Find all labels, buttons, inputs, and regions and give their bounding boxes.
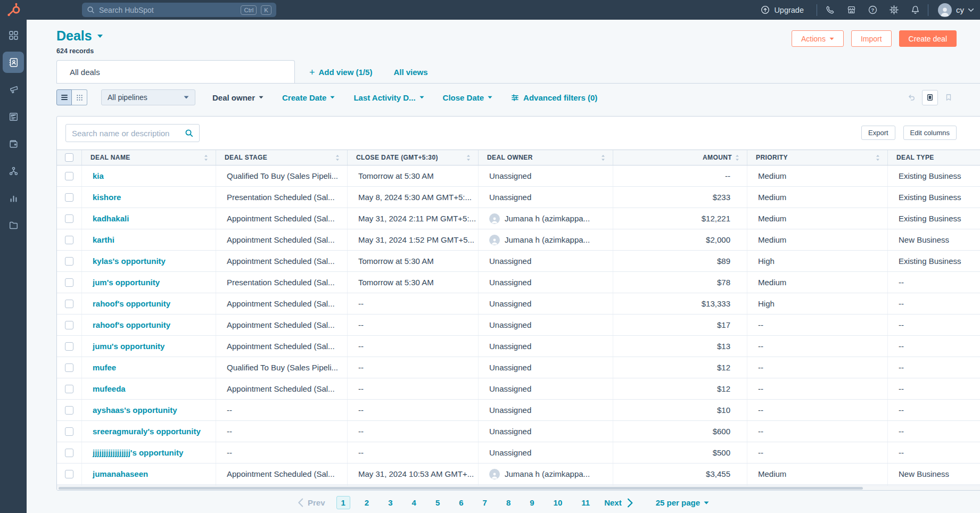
row-checkbox[interactable] [65,385,73,393]
page-1[interactable]: 1 [336,496,350,509]
deal-name-link[interactable]: mufeeda [93,384,126,393]
row-checkbox[interactable] [65,363,73,372]
column-header-close-date-gmt-5-30[interactable]: CLOSE DATE (GMT+5:30) [348,150,479,165]
tab-all-deals[interactable]: All deals [56,60,295,83]
deal-name-link[interactable]: ayshaas's opportunity [93,406,177,415]
deal-name-link[interactable]: rahoof's opportunity [93,299,170,308]
table-row: rahoof's opportunityAppointment Schedule… [57,293,980,315]
select-all-checkbox[interactable] [65,153,73,162]
deal-name-link[interactable]: karthi [93,235,114,244]
all-views-link[interactable]: All views [393,68,427,77]
notifications-button[interactable] [904,1,926,20]
user-menu[interactable]: cy [938,3,974,17]
row-checkbox[interactable] [65,300,73,308]
filter-create-date[interactable]: Create Date [282,93,335,102]
row-checkbox[interactable] [65,236,73,244]
deal-name-link[interactable]: kishore [93,193,121,202]
sidebar-item-contacts[interactable] [3,52,24,73]
board-card-button[interactable] [922,90,938,105]
sidebar-item-reporting[interactable] [3,187,24,209]
row-checkbox-cell [57,251,82,271]
deal-name-link[interactable]: kadhakali [93,214,129,223]
deal-name-link[interactable]: jumanahaseen [93,469,148,478]
deal-name-link[interactable]: jumu's opportunity [93,342,164,351]
horizontal-scrollbar [57,485,980,490]
edit-columns-button[interactable]: Edit columns [903,126,957,140]
per-page-select[interactable]: 25 per page [656,498,709,507]
page-8[interactable]: 8 [501,496,515,509]
deal-name-link[interactable]: kia [93,171,104,180]
column-header-deal-type[interactable]: DEAL TYPE [888,150,980,165]
row-checkbox[interactable] [65,172,73,180]
row-checkbox[interactable] [65,214,73,223]
filter-last-activity-d[interactable]: Last Activity D... [353,93,424,102]
phone-button[interactable] [819,1,841,20]
chevron-right-icon[interactable] [627,498,633,508]
deal-name-link[interactable]: kylas's opportunity [93,256,166,266]
contacts-icon [9,57,19,68]
column-header-deal-name[interactable]: DEAL NAME [82,150,216,165]
scrollbar-thumb[interactable] [59,487,863,490]
column-header-deal-stage[interactable]: DEAL STAGE [216,150,348,165]
page-7[interactable]: 7 [478,496,492,509]
page-3[interactable]: 3 [383,496,397,509]
row-checkbox[interactable] [65,257,73,266]
deal-name-link[interactable]: mufee [93,363,116,372]
undo-button[interactable] [903,90,919,105]
sidebar-item-grid[interactable] [3,24,24,46]
create-deal-button[interactable]: Create deal [899,30,957,47]
page-6[interactable]: 6 [454,496,468,509]
advanced-filters-button[interactable]: Advanced filters (0) [511,93,597,102]
global-search-input[interactable]: Search HubSpot Ctrl K [82,3,276,17]
row-checkbox[interactable] [65,427,73,436]
row-checkbox[interactable] [65,406,73,415]
actions-button[interactable]: Actions [792,30,844,47]
column-header-amount[interactable]: AMOUNT [613,150,747,165]
help-button[interactable]: ? [862,1,883,20]
upgrade-button[interactable]: Upgrade [761,5,804,14]
marketplace-button[interactable] [841,1,862,20]
filter-deal-owner[interactable]: Deal owner [212,93,263,102]
column-header-deal-owner[interactable]: DEAL OWNER [479,150,613,165]
table-search-input[interactable]: Search name or description [65,124,200,142]
deal-name-link[interactable]: rahoof's opportunity [93,320,170,329]
upgrade-icon [761,5,770,14]
sidebar-item-commerce[interactable] [3,133,24,154]
sidebar-item-library[interactable] [3,214,24,236]
pipeline-select[interactable]: All pipelines [101,89,195,105]
deal-name-link[interactable]: jjjjjjjjjjjjjjjjj's opportunity [93,448,183,457]
deal-name-link[interactable]: jum's opportunity [93,278,160,287]
object-type-selector[interactable]: Deals [56,28,103,44]
settings-button[interactable] [883,1,904,20]
page-5[interactable]: 5 [431,496,444,509]
import-button[interactable]: Import [851,30,892,47]
sidebar-item-automation[interactable] [3,160,24,181]
page-10[interactable]: 10 [549,496,567,509]
page-11[interactable]: 11 [577,496,595,509]
row-checkbox[interactable] [65,193,73,202]
page-4[interactable]: 4 [407,496,421,509]
add-view-button[interactable]: + Add view (1/5) [309,68,372,77]
list-view-button[interactable] [56,89,72,105]
row-checkbox[interactable] [65,342,73,351]
filter-close-date[interactable]: Close Date [443,93,493,102]
next-button[interactable]: Next [604,498,622,507]
column-header-priority[interactable]: PRIORITY [747,150,888,165]
row-checkbox-cell [57,442,82,463]
chevron-left-icon[interactable] [298,498,303,507]
row-checkbox[interactable] [65,278,73,287]
row-checkbox[interactable] [65,321,73,329]
save-view-button[interactable] [941,90,957,105]
owner-name: Jumana h (azimkappa... [505,214,590,223]
prev-button[interactable]: Prev [308,498,325,507]
page-9[interactable]: 9 [525,496,539,509]
sidebar-item-marketing[interactable] [3,79,24,100]
deal-name-link[interactable]: sreeragmuraly's opportunity [93,427,201,436]
export-button[interactable]: Export [861,126,895,140]
board-view-button[interactable] [72,89,87,105]
hubspot-logo-icon[interactable] [6,3,22,17]
row-checkbox[interactable] [65,470,73,478]
sidebar-item-content[interactable] [3,106,24,127]
row-checkbox[interactable] [65,449,73,457]
page-2[interactable]: 2 [360,496,374,509]
